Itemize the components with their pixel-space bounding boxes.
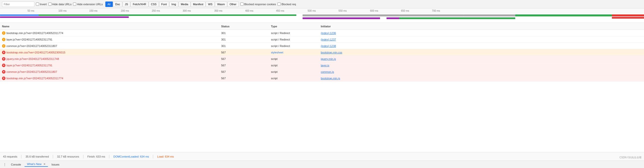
cell-name: ✕jquery.min.js?ver=20240127140052311748 — [2, 57, 221, 61]
table-row[interactable]: !common.js?ver=20240127140052311807301sc… — [0, 43, 644, 49]
hide-ext-urls-label[interactable]: Hide extension URLs — [73, 2, 102, 6]
filter-btn-doc[interactable]: Doc — [113, 1, 122, 7]
filter-btn-font[interactable]: Font — [159, 1, 169, 7]
cell-status: 301 — [221, 38, 271, 41]
table-body: !bootstrap.min.js?ver=202401271400523117… — [0, 30, 644, 152]
cell-initiator[interactable]: (index):1238 — [321, 44, 396, 47]
table-row[interactable]: ✕jquery.min.js?ver=202401271400523117485… — [0, 56, 644, 62]
cell-initiator[interactable]: bootstrap.min.js — [321, 77, 396, 80]
hide-data-urls-checkbox[interactable] — [48, 2, 52, 6]
table-row[interactable]: ✕bootstrap.min.css?ver=20240127140052309… — [0, 49, 644, 56]
cell-initiator[interactable]: (index):1236 — [321, 31, 396, 34]
timeline-bars — [0, 13, 644, 23]
timeline-bar-green — [38, 14, 296, 16]
cell-initiator[interactable]: bootstrap.min.css — [321, 51, 396, 54]
cell-initiator[interactable]: common.js — [321, 70, 396, 73]
blocked-cookies-label[interactable]: Blocked response cookies — [240, 2, 276, 6]
whats-new-close-icon[interactable]: ✕ — [43, 163, 46, 166]
dom-content-loaded: DOMContentLoaded: 634 ms — [113, 155, 149, 158]
error-icon: ✕ — [2, 57, 6, 61]
row-name-text[interactable]: jquery.min.js?ver=20240127140052311748 — [6, 57, 59, 60]
divider3 — [83, 155, 84, 158]
filter-btn-manifest[interactable]: Manifest — [191, 1, 206, 7]
issues-tab[interactable]: Issues — [49, 163, 62, 167]
filter-btn-media[interactable]: Media — [178, 1, 190, 7]
cell-status: 567 — [221, 57, 271, 60]
cell-status: 301 — [221, 44, 271, 47]
filter-btn-css[interactable]: CSS — [149, 1, 159, 7]
console-tab[interactable]: Console — [8, 163, 24, 167]
blocked-cookies-checkbox[interactable] — [240, 2, 244, 6]
cell-initiator[interactable]: jquery.min.js — [321, 57, 396, 60]
invert-checkbox-label[interactable]: Invert — [36, 2, 47, 6]
ruler-100ms: 100 ms — [58, 9, 66, 12]
filter-btn-js[interactable]: JS — [122, 1, 130, 7]
timeline-area: 50 ms 100 ms 150 ms 200 ms 250 ms 300 ms… — [0, 8, 644, 23]
filter-btn-wasm[interactable]: Wasm — [215, 1, 227, 7]
ruler-marks: 50 ms 100 ms 150 ms 200 ms 250 ms 300 ms… — [0, 8, 644, 13]
row-name-text[interactable]: bootstrap.min.js?ver=2024012714005231177… — [6, 77, 63, 80]
table-row[interactable]: ✕common.js?ver=20240127140052311807567sc… — [0, 69, 644, 75]
ruler-450ms: 450 ms — [276, 9, 284, 12]
blocked-cookies-text: Blocked response cookies — [244, 3, 276, 6]
cell-type: script — [271, 70, 321, 73]
error-icon: ✕ — [2, 77, 6, 80]
ruler-600ms: 600 ms — [370, 9, 378, 12]
filter-btn-other[interactable]: Other — [227, 1, 239, 7]
row-name-text[interactable]: common.js?ver=20240127140052311807 — [6, 44, 57, 47]
requests-count: 43 requests — [3, 155, 17, 158]
redirect-icon: ! — [2, 44, 6, 48]
ruler-700ms: 700 ms — [432, 9, 440, 12]
cell-initiator[interactable]: (index):1237 — [321, 38, 396, 41]
blocked-req-label[interactable]: Blocked req — [278, 2, 296, 6]
row-name-text[interactable]: layer.js?ver=20240127140052311791 — [6, 64, 52, 67]
cell-type: script / Redirect — [271, 44, 321, 47]
filter-btn-all[interactable]: All — [105, 1, 113, 7]
cell-name: !layer.js?ver=20240127140052311791 — [2, 38, 221, 41]
row-name-text[interactable]: bootstrap.min.css?ver=202401271400523093… — [6, 51, 65, 54]
error-icon: ✕ — [2, 51, 6, 54]
error-icon: ✕ — [2, 64, 6, 67]
load-time: Load: 634 ms — [157, 155, 174, 158]
header-name: Name — [2, 25, 221, 28]
cell-status: 567 — [221, 70, 271, 73]
filter-btn-fetch-xhr[interactable]: Fetch/XHR — [130, 1, 148, 7]
cell-status: 567 — [221, 51, 271, 54]
row-name-text[interactable]: common.js?ver=20240127140052311807 — [6, 70, 57, 73]
blocked-req-checkbox[interactable] — [278, 2, 281, 6]
filter-btn-img[interactable]: Img — [169, 1, 178, 7]
more-options-icon[interactable]: ⋮ — [2, 163, 8, 167]
status-bar: 43 requests 35.6 kB transferred 32.7 kB … — [0, 152, 644, 161]
redirect-icon: ! — [2, 31, 6, 35]
cell-status: 567 — [221, 77, 271, 80]
hide-data-urls-label[interactable]: Hide data URLs — [48, 2, 72, 6]
header-type: Type — [271, 25, 321, 28]
divider2 — [53, 155, 53, 158]
filter-input[interactable] — [2, 1, 34, 7]
row-name-text[interactable]: layer.js?ver=20240127140052311791 — [6, 38, 52, 41]
filter-bar: Invert Hide data URLs Hide extension URL… — [0, 0, 644, 8]
ruler-650ms: 650 ms — [401, 9, 409, 12]
hide-ext-urls-checkbox[interactable] — [73, 2, 76, 6]
ruler-50ms: 50 ms — [28, 9, 34, 12]
divider5 — [153, 155, 153, 158]
divider4 — [109, 155, 109, 158]
invert-checkbox[interactable] — [36, 2, 39, 6]
table-row[interactable]: !layer.js?ver=20240127140052311791301scr… — [0, 36, 644, 43]
whats-new-tab[interactable]: What's New ✕ — [24, 162, 48, 167]
filter-btn-ws[interactable]: WS — [206, 1, 215, 7]
timeline-bar-gray3 — [464, 14, 515, 16]
error-icon: ✕ — [2, 70, 6, 74]
header-initiator: Initiator — [321, 25, 396, 28]
table-row[interactable]: ✕layer.js?ver=20240127140052311791567scr… — [0, 62, 644, 69]
ruler-250ms: 250 ms — [152, 9, 160, 12]
cell-name: ✕common.js?ver=20240127140052311807 — [2, 70, 221, 74]
watermark: CSDN ©刘先生在哩 — [620, 156, 642, 159]
table-row[interactable]: !bootstrap.min.js?ver=202401271400523117… — [0, 30, 644, 36]
table-row[interactable]: ✕bootstrap.min.js?ver=202401271400523117… — [0, 75, 644, 82]
cell-initiator[interactable]: layer.js — [321, 64, 396, 67]
timeline-bar-red2 — [612, 17, 644, 19]
type-filter-buttons: All Doc JS Fetch/XHR CSS Font Img Media … — [105, 1, 239, 7]
row-name-text[interactable]: bootstrap.min.js?ver=2024012714005231177… — [6, 31, 63, 34]
cell-type: script / Redirect — [271, 38, 321, 41]
